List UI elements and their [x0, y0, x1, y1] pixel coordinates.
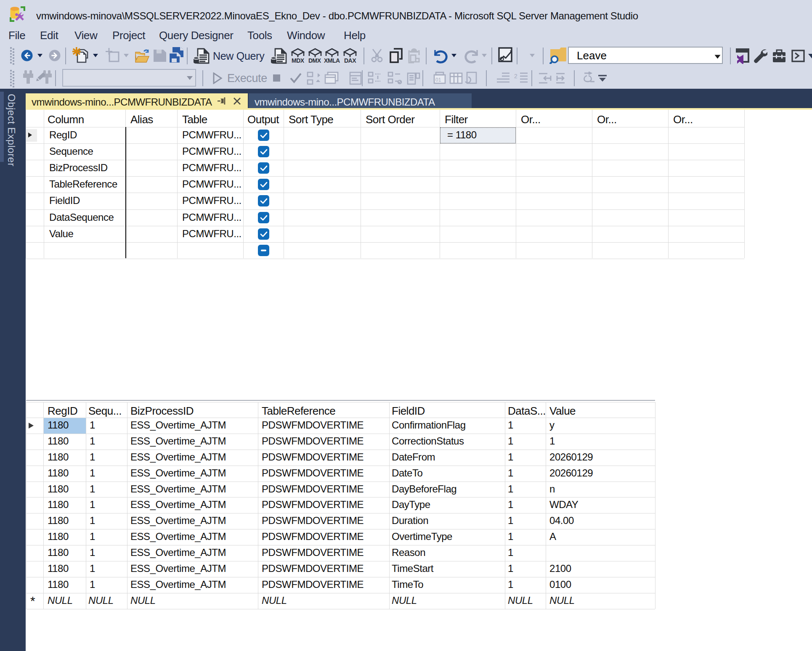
svg-text:2: 2: [514, 73, 517, 79]
svg-text:MDX: MDX: [292, 57, 305, 64]
svg-text:DMX: DMX: [308, 57, 321, 64]
svg-text:DAX: DAX: [344, 57, 356, 64]
svg-text:01: 01: [435, 77, 441, 83]
svg-text:XMLA: XMLA: [324, 57, 340, 64]
